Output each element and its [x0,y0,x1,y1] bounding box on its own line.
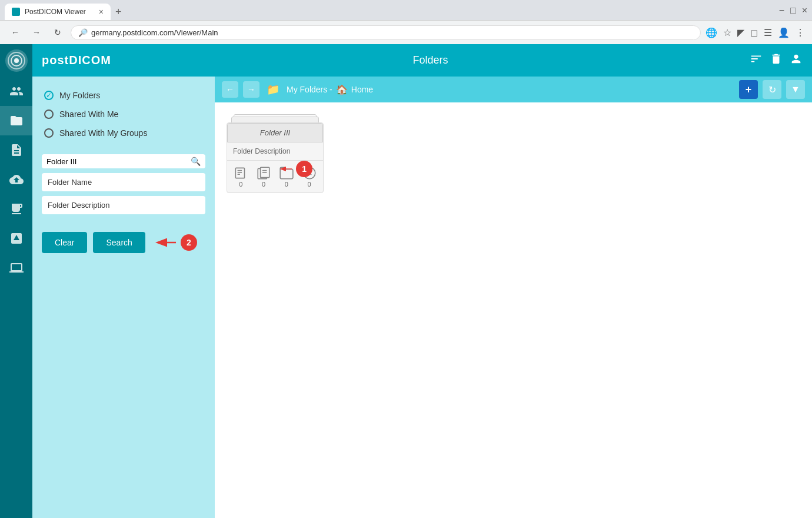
folder-description: Folder Description [227,142,323,161]
folder-icon-2: 0 1 [256,165,271,188]
address-bar[interactable]: 🔎 germany.postdicom.com/Viewer/Main [71,25,701,40]
address-text: germany.postdicom.com/Viewer/Main [91,28,693,37]
address-security-icon: 🔎 [78,28,88,37]
new-tab-btn[interactable]: + [111,6,127,18]
path-home-label: Home [351,85,373,94]
back-btn[interactable]: ← [7,24,24,41]
nav-shared-with-me[interactable]: Shared With Me [42,105,205,124]
download-btn[interactable]: ▼ [786,80,805,99]
svg-rect-4 [236,168,245,178]
minimize-btn[interactable]: − [779,5,784,16]
search-icon[interactable]: 🔍 [191,157,201,166]
split-screen-icon[interactable]: ◤ [737,27,744,38]
logo-text: postDICOM [42,54,111,67]
path-actions: + ↻ ▼ [739,80,805,99]
filter-folder-description[interactable]: Folder Description [42,196,205,214]
nav-my-folders[interactable]: ✓ My Folders [42,86,205,105]
path-bar: ← → 📁 My Folders - 🏠 Home + ↻ ▼ [215,77,812,102]
delete-btn[interactable] [770,52,783,68]
nav-shared-with-groups[interactable]: Shared With My Groups [42,124,205,142]
bookmark-icon[interactable]: ☆ [723,27,731,38]
filter-folder-name[interactable]: Folder Name [42,173,205,191]
browser-titlebar: PostDICOM Viewer × + − □ × [0,0,812,20]
annotation-arrow-2 [154,237,177,248]
shared-with-groups-radio [44,128,54,138]
header-title: Folders [111,54,750,67]
translate-icon[interactable]: 🌐 [705,27,717,38]
folder-icons-row: 0 0 [227,161,323,192]
folder-description-filter-label: Folder Description [48,201,110,210]
app-header: postDICOM Folders [32,44,812,77]
sort-btn[interactable] [750,52,763,68]
profile-icon[interactable]: 👤 [778,27,790,38]
folder-name: Folder III [260,128,290,137]
main-content: ← → 📁 My Folders - 🏠 Home + ↻ ▼ [215,77,812,518]
folder-count-3: 0 [285,181,288,188]
tab-title: PostDICOM Viewer [25,8,86,16]
extensions-icon[interactable]: ◻ [750,27,758,38]
search-box[interactable]: 🔍 [42,154,205,168]
logo-circle [5,49,28,72]
sidebar-item-users[interactable] [0,77,32,106]
add-folder-btn[interactable]: + [739,80,758,99]
annotation-1-wrapper: 1 [278,161,312,177]
sidebar-item-studies[interactable] [0,135,32,165]
folder-tab: Folder III [227,123,323,142]
sidebar-item-worklist[interactable] [0,194,32,224]
my-folders-label: My Folders [59,91,100,100]
folder-count-1: 0 [239,181,242,188]
path-label: My Folders - [287,85,332,94]
path-home-icon: 🏠 [336,84,348,95]
my-folders-check: ✓ [44,91,54,100]
menu-icon[interactable]: ⋮ [796,27,805,38]
clear-button[interactable]: Clear [42,232,87,253]
search-button[interactable]: Search [93,232,145,253]
browser-tab[interactable]: PostDICOM Viewer × [5,4,111,20]
app-logo: postDICOM [42,54,111,67]
maximize-btn[interactable]: □ [790,5,796,16]
folder-icon-1: 0 [233,165,248,188]
shared-with-me-label: Shared With Me [59,109,118,119]
window-close-btn[interactable]: × [802,5,807,16]
refresh-path-btn[interactable]: ↻ [763,80,781,99]
shared-with-groups-label: Shared With My Groups [59,128,147,138]
search-btn-row: Clear Search 2 [42,232,205,253]
sidebar-toggle-icon[interactable]: ☰ [764,27,772,38]
annotation-1: 1 [296,161,312,177]
sidebar-icons [0,44,32,518]
sidebar-item-monitor[interactable] [0,253,32,283]
browser-chrome: PostDICOM Viewer × + − □ × ← → ↻ 🔎 germa… [0,0,812,44]
folder-name-filter-label: Folder Name [48,178,92,187]
left-panel: ✓ My Folders Shared With Me Shared With … [32,77,215,518]
path-text: My Folders - 🏠 Home [287,84,373,95]
sidebar-item-analytics[interactable] [0,224,32,253]
svg-point-2 [14,58,19,63]
app-main: postDICOM Folders [32,44,812,518]
app-container: postDICOM Folders [0,44,812,518]
search-input[interactable] [46,157,191,166]
folder-count-2: 0 [262,181,265,188]
folder-count-4: 0 [308,181,311,188]
window-controls: − □ × [779,5,807,18]
annotation-2: 2 [181,234,197,251]
sidebar-item-folders[interactable] [0,106,32,135]
browser-toolbar-icons: 🌐 ☆ ◤ ◻ ☰ 👤 ⋮ [705,27,805,38]
content-area: ✓ My Folders Shared With Me Shared With … [32,77,812,518]
folder-card[interactable]: Folder III Folder Description [227,122,324,193]
shared-with-me-radio [44,109,54,119]
annotation-arrow-1 [278,161,294,177]
folder-grid: Folder III Folder Description [215,102,812,205]
path-back-btn[interactable]: ← [222,81,238,98]
refresh-btn[interactable]: ↻ [49,24,66,41]
path-forward-btn[interactable]: → [243,81,259,98]
user-btn[interactable] [790,52,803,68]
browser-toolbar: ← → ↻ 🔎 germany.postdicom.com/Viewer/Mai… [0,20,812,44]
tab-favicon [12,8,20,16]
tab-close-btn[interactable]: × [99,7,104,16]
path-folder-icon: 📁 [267,83,279,96]
header-icons [750,52,803,68]
forward-btn[interactable]: → [28,24,45,41]
sidebar-item-upload[interactable] [0,165,32,194]
folder-card-wrapper: Folder III Folder Description [227,114,324,193]
sidebar-logo [0,44,32,77]
